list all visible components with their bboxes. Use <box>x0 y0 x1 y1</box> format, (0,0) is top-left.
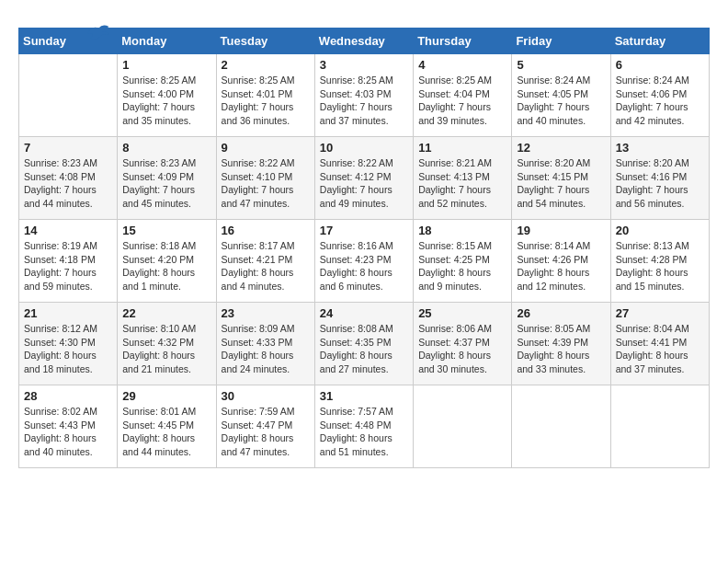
calendar-cell: 6Sunrise: 8:24 AMSunset: 4:06 PMDaylight… <box>610 54 709 137</box>
day-info: Sunrise: 8:10 AMSunset: 4:32 PMDaylight:… <box>122 322 210 376</box>
day-number: 5 <box>517 58 605 72</box>
calendar-cell: 9Sunrise: 8:22 AMSunset: 4:10 PMDaylight… <box>216 137 314 220</box>
day-info: Sunrise: 8:15 AMSunset: 4:25 PMDaylight:… <box>418 239 506 293</box>
day-info: Sunrise: 8:24 AMSunset: 4:06 PMDaylight:… <box>616 74 704 128</box>
day-info: Sunrise: 8:04 AMSunset: 4:41 PMDaylight:… <box>616 322 704 376</box>
day-number: 19 <box>517 224 605 237</box>
week-row: 21Sunrise: 8:12 AMSunset: 4:30 PMDayligh… <box>19 303 710 385</box>
day-number: 21 <box>24 306 112 320</box>
day-number: 22 <box>122 306 210 320</box>
day-info: Sunrise: 8:12 AMSunset: 4:30 PMDaylight:… <box>24 322 112 376</box>
day-number: 20 <box>616 224 704 237</box>
day-number: 26 <box>517 306 605 320</box>
calendar-cell: 7Sunrise: 8:23 AMSunset: 4:08 PMDaylight… <box>19 137 118 220</box>
calendar-cell <box>512 385 610 468</box>
day-header-monday: Monday <box>118 29 216 54</box>
day-number: 23 <box>222 306 310 320</box>
calendar-cell: 4Sunrise: 8:25 AMSunset: 4:04 PMDaylight… <box>414 54 512 137</box>
day-info: Sunrise: 8:18 AMSunset: 4:20 PMDaylight:… <box>122 239 210 293</box>
day-info: Sunrise: 8:21 AMSunset: 4:13 PMDaylight:… <box>418 156 506 211</box>
day-number: 8 <box>122 141 210 155</box>
calendar-cell: 18Sunrise: 8:15 AMSunset: 4:25 PMDayligh… <box>414 220 512 303</box>
day-info: Sunrise: 8:24 AMSunset: 4:05 PMDaylight:… <box>517 74 605 128</box>
day-info: Sunrise: 8:22 AMSunset: 4:10 PMDaylight:… <box>222 156 310 211</box>
day-number: 1 <box>122 58 210 72</box>
week-row: 14Sunrise: 8:19 AMSunset: 4:18 PMDayligh… <box>19 220 710 303</box>
calendar-table: SundayMondayTuesdayWednesdayThursdayFrid… <box>18 28 710 468</box>
calendar-cell: 19Sunrise: 8:14 AMSunset: 4:26 PMDayligh… <box>512 220 610 303</box>
day-number: 15 <box>122 224 210 237</box>
day-info: Sunrise: 8:14 AMSunset: 4:26 PMDaylight:… <box>517 239 605 293</box>
day-number: 31 <box>320 389 408 403</box>
day-number: 2 <box>222 58 310 72</box>
day-info: Sunrise: 8:20 AMSunset: 4:15 PMDaylight:… <box>517 156 605 211</box>
day-info: Sunrise: 8:22 AMSunset: 4:12 PMDaylight:… <box>320 156 408 211</box>
calendar-cell: 25Sunrise: 8:06 AMSunset: 4:37 PMDayligh… <box>414 303 512 385</box>
day-header-wednesday: Wednesday <box>314 29 413 54</box>
day-info: Sunrise: 8:23 AMSunset: 4:08 PMDaylight:… <box>24 156 112 211</box>
day-number: 16 <box>222 224 310 237</box>
day-info: Sunrise: 7:59 AMSunset: 4:47 PMDaylight:… <box>222 405 310 459</box>
calendar-cell: 29Sunrise: 8:01 AMSunset: 4:45 PMDayligh… <box>118 385 216 468</box>
calendar-cell: 22Sunrise: 8:10 AMSunset: 4:32 PMDayligh… <box>118 303 216 385</box>
calendar-cell: 23Sunrise: 8:09 AMSunset: 4:33 PMDayligh… <box>216 303 314 385</box>
calendar-cell: 5Sunrise: 8:24 AMSunset: 4:05 PMDaylight… <box>512 54 610 137</box>
day-number: 12 <box>517 141 605 155</box>
day-info: Sunrise: 8:16 AMSunset: 4:23 PMDaylight:… <box>320 239 408 293</box>
day-number: 4 <box>418 58 506 72</box>
day-number: 24 <box>320 306 408 320</box>
day-number: 3 <box>320 58 408 72</box>
calendar-cell: 15Sunrise: 8:18 AMSunset: 4:20 PMDayligh… <box>118 220 216 303</box>
day-header-saturday: Saturday <box>610 29 709 54</box>
calendar-cell: 3Sunrise: 8:25 AMSunset: 4:03 PMDaylight… <box>314 54 413 137</box>
calendar-cell: 10Sunrise: 8:22 AMSunset: 4:12 PMDayligh… <box>314 137 413 220</box>
day-info: Sunrise: 8:05 AMSunset: 4:39 PMDaylight:… <box>517 322 605 376</box>
day-number: 13 <box>616 141 704 155</box>
calendar-cell: 2Sunrise: 8:25 AMSunset: 4:01 PMDaylight… <box>216 54 314 137</box>
calendar-cell: 30Sunrise: 7:59 AMSunset: 4:47 PMDayligh… <box>216 385 314 468</box>
calendar-cell: 17Sunrise: 8:16 AMSunset: 4:23 PMDayligh… <box>314 220 413 303</box>
day-header-thursday: Thursday <box>414 29 512 54</box>
day-info: Sunrise: 8:17 AMSunset: 4:21 PMDaylight:… <box>222 239 310 293</box>
calendar-cell: 1Sunrise: 8:25 AMSunset: 4:00 PMDaylight… <box>118 54 216 137</box>
calendar-cell: 14Sunrise: 8:19 AMSunset: 4:18 PMDayligh… <box>19 220 118 303</box>
day-info: Sunrise: 8:23 AMSunset: 4:09 PMDaylight:… <box>122 156 210 211</box>
day-info: Sunrise: 7:57 AMSunset: 4:48 PMDaylight:… <box>320 405 408 459</box>
calendar-cell <box>414 385 512 468</box>
day-number: 9 <box>222 141 310 155</box>
day-number: 18 <box>418 224 506 237</box>
day-number: 6 <box>616 58 704 72</box>
calendar-cell: 8Sunrise: 8:23 AMSunset: 4:09 PMDaylight… <box>118 137 216 220</box>
week-row: 7Sunrise: 8:23 AMSunset: 4:08 PMDaylight… <box>19 137 710 220</box>
calendar-cell: 26Sunrise: 8:05 AMSunset: 4:39 PMDayligh… <box>512 303 610 385</box>
day-number: 25 <box>418 306 506 320</box>
calendar-cell: 12Sunrise: 8:20 AMSunset: 4:15 PMDayligh… <box>512 137 610 220</box>
day-info: Sunrise: 8:09 AMSunset: 4:33 PMDaylight:… <box>222 322 310 376</box>
day-header-friday: Friday <box>512 29 610 54</box>
header-row: SundayMondayTuesdayWednesdayThursdayFrid… <box>19 29 710 54</box>
calendar-cell: 21Sunrise: 8:12 AMSunset: 4:30 PMDayligh… <box>19 303 118 385</box>
day-number: 11 <box>418 141 506 155</box>
day-info: Sunrise: 8:01 AMSunset: 4:45 PMDaylight:… <box>122 405 210 459</box>
day-info: Sunrise: 8:02 AMSunset: 4:43 PMDaylight:… <box>24 405 112 459</box>
day-number: 17 <box>320 224 408 237</box>
calendar-cell: 20Sunrise: 8:13 AMSunset: 4:28 PMDayligh… <box>610 220 709 303</box>
day-info: Sunrise: 8:25 AMSunset: 4:04 PMDaylight:… <box>418 74 506 128</box>
calendar-cell <box>19 54 118 137</box>
day-number: 28 <box>24 389 112 403</box>
day-info: Sunrise: 8:08 AMSunset: 4:35 PMDaylight:… <box>320 322 408 376</box>
day-number: 30 <box>222 389 310 403</box>
day-number: 7 <box>24 141 112 155</box>
calendar-cell: 16Sunrise: 8:17 AMSunset: 4:21 PMDayligh… <box>216 220 314 303</box>
day-number: 27 <box>616 306 704 320</box>
day-header-tuesday: Tuesday <box>216 29 314 54</box>
day-info: Sunrise: 8:25 AMSunset: 4:00 PMDaylight:… <box>122 74 210 128</box>
week-row: 28Sunrise: 8:02 AMSunset: 4:43 PMDayligh… <box>19 385 710 468</box>
day-info: Sunrise: 8:13 AMSunset: 4:28 PMDaylight:… <box>616 239 704 293</box>
calendar-cell: 27Sunrise: 8:04 AMSunset: 4:41 PMDayligh… <box>610 303 709 385</box>
day-info: Sunrise: 8:25 AMSunset: 4:01 PMDaylight:… <box>222 74 310 128</box>
day-info: Sunrise: 8:25 AMSunset: 4:03 PMDaylight:… <box>320 74 408 128</box>
day-info: Sunrise: 8:06 AMSunset: 4:37 PMDaylight:… <box>418 322 506 376</box>
calendar-cell: 28Sunrise: 8:02 AMSunset: 4:43 PMDayligh… <box>19 385 118 468</box>
day-info: Sunrise: 8:19 AMSunset: 4:18 PMDaylight:… <box>24 239 112 293</box>
